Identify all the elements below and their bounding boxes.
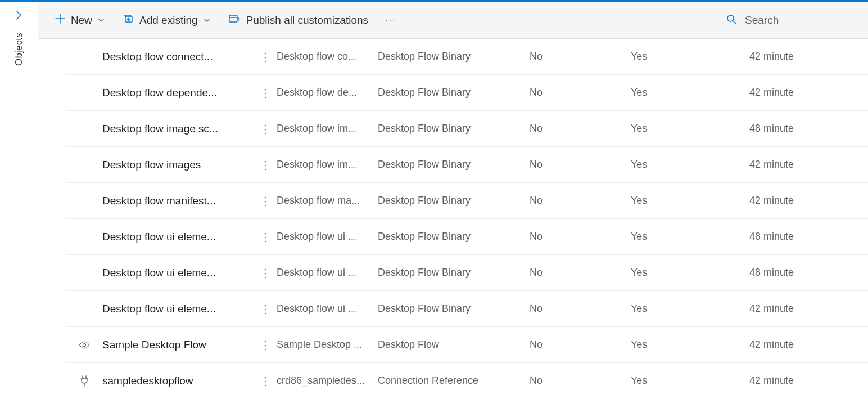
table-row[interactable]: Desktop flow manifest...⋮Desktop flow ma… (66, 183, 868, 219)
row-managed: No (530, 159, 631, 171)
row-internal-name: Desktop flow ui ... (277, 231, 378, 243)
svg-rect-1 (229, 15, 237, 22)
publish-all-button[interactable]: Publish all customizations (221, 8, 376, 33)
table-row[interactable]: Desktop flow ui eleme...⋮Desktop flow ui… (66, 219, 868, 255)
new-button[interactable]: New (48, 8, 111, 33)
row-type: Desktop Flow Binary (378, 159, 530, 171)
add-existing-button[interactable]: Add existing (116, 8, 217, 33)
row-managed: No (530, 339, 631, 351)
table-row[interactable]: Sample Desktop Flow⋮Sample Desktop ...De… (66, 327, 868, 363)
row-display-name[interactable]: Desktop flow depende... (102, 87, 254, 99)
row-type: Connection Reference (378, 375, 530, 387)
row-customizable: Yes (631, 231, 726, 243)
chevron-down-icon (204, 14, 210, 26)
row-type: Desktop Flow Binary (378, 195, 530, 207)
row-customizable: Yes (631, 51, 726, 62)
row-type: Desktop Flow (378, 339, 530, 351)
row-type: Desktop Flow Binary (378, 123, 530, 135)
row-display-name[interactable]: Desktop flow ui eleme... (102, 231, 254, 243)
row-modified: 48 minute (726, 231, 794, 243)
search-box[interactable] (712, 2, 858, 39)
row-managed: No (530, 375, 631, 387)
plus-icon (55, 14, 65, 26)
search-input[interactable] (745, 14, 846, 26)
svg-point-3 (83, 343, 86, 346)
row-modified: 42 minute (726, 195, 794, 207)
row-display-name[interactable]: Desktop flow image sc... (102, 123, 254, 135)
row-modified: 42 minute (726, 303, 794, 315)
row-customizable: Yes (631, 159, 726, 171)
chevron-down-icon (98, 14, 105, 26)
row-display-name[interactable]: Desktop flow ui eleme... (102, 267, 254, 279)
table-row[interactable]: Desktop flow connect...⋮Desktop flow co.… (66, 39, 868, 75)
row-internal-name: Desktop flow ui ... (277, 267, 378, 279)
row-display-name[interactable]: Desktop flow connect... (102, 51, 254, 63)
row-customizable: Yes (631, 267, 726, 279)
row-customizable: Yes (631, 87, 726, 98)
plug-icon (66, 375, 102, 387)
row-modified: 42 minute (726, 339, 794, 351)
overflow-menu-button[interactable]: ··· (379, 15, 401, 25)
table-row[interactable]: Desktop flow ui eleme...⋮Desktop flow ui… (66, 255, 868, 291)
row-managed: No (530, 51, 631, 62)
row-managed: No (530, 195, 631, 207)
row-customizable: Yes (631, 123, 726, 135)
row-display-name[interactable]: Sample Desktop Flow (102, 339, 254, 351)
expand-rail-chevron-icon[interactable] (13, 10, 25, 23)
row-display-name[interactable]: Desktop flow ui eleme... (102, 303, 254, 315)
table-row[interactable]: Desktop flow images⋮Desktop flow im...De… (66, 147, 868, 183)
objects-grid: Desktop flow connect...⋮Desktop flow co.… (38, 39, 868, 394)
table-row[interactable]: Desktop flow image sc...⋮Desktop flow im… (66, 111, 868, 147)
row-managed: No (530, 267, 631, 279)
row-modified: 42 minute (726, 87, 794, 98)
row-customizable: Yes (631, 339, 726, 351)
row-display-name[interactable]: Desktop flow images (102, 159, 254, 171)
row-display-name[interactable]: Desktop flow manifest... (102, 195, 254, 207)
row-internal-name: crd86_sampledes... (277, 375, 378, 387)
add-existing-label: Add existing (139, 14, 198, 26)
row-type: Desktop Flow Binary (378, 303, 530, 315)
row-modified: 42 minute (726, 159, 794, 171)
row-internal-name: Desktop flow de... (277, 87, 378, 98)
row-internal-name: Desktop flow im... (277, 123, 378, 135)
row-managed: No (530, 87, 631, 98)
publish-icon (228, 13, 241, 27)
search-icon (726, 14, 737, 26)
rail-label-objects[interactable]: Objects (13, 33, 25, 66)
row-modified: 48 minute (726, 123, 794, 135)
row-customizable: Yes (631, 303, 726, 315)
row-internal-name: Sample Desktop ... (277, 339, 378, 351)
row-modified: 42 minute (726, 51, 794, 62)
row-internal-name: Desktop flow ma... (277, 195, 378, 207)
publish-all-label: Publish all customizations (246, 14, 369, 26)
row-type: Desktop Flow Binary (378, 267, 530, 279)
row-display-name[interactable]: sampledesktopflow (102, 375, 254, 387)
row-customizable: Yes (631, 375, 726, 387)
row-modified: 48 minute (726, 267, 794, 279)
row-modified: 42 minute (726, 375, 794, 387)
eye-icon (66, 339, 102, 351)
row-internal-name: Desktop flow ui ... (277, 303, 378, 315)
row-internal-name: Desktop flow im... (277, 159, 378, 171)
row-type: Desktop Flow Binary (378, 231, 530, 243)
row-internal-name: Desktop flow co... (277, 51, 378, 62)
svg-point-2 (727, 15, 734, 21)
row-managed: No (530, 123, 631, 135)
row-customizable: Yes (631, 195, 726, 207)
left-rail: Objects (0, 2, 38, 394)
table-row[interactable]: Desktop flow depende...⋮Desktop flow de.… (66, 75, 868, 111)
command-bar: New Add existing (38, 2, 868, 39)
row-type: Desktop Flow Binary (378, 87, 530, 98)
new-button-label: New (71, 14, 92, 26)
row-type: Desktop Flow Binary (378, 51, 530, 62)
row-managed: No (530, 231, 631, 243)
table-row[interactable]: sampledesktopflow⋮crd86_sampledes...Conn… (66, 363, 868, 394)
row-managed: No (530, 303, 631, 315)
add-existing-icon (123, 13, 134, 27)
table-row[interactable]: Desktop flow ui eleme...⋮Desktop flow ui… (66, 291, 868, 327)
